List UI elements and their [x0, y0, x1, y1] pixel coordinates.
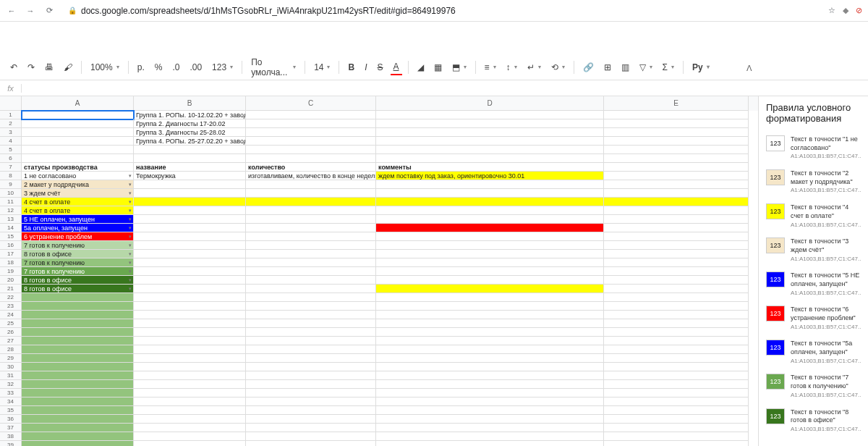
cell[interactable]: Группа 3. Диагносты 25-28.02	[134, 128, 246, 137]
cell[interactable]	[134, 276, 246, 285]
cell[interactable]	[134, 241, 246, 250]
cell[interactable]	[134, 389, 246, 397]
cell[interactable]	[246, 389, 376, 397]
cell[interactable]	[246, 380, 376, 389]
row-header[interactable]: 5	[0, 146, 22, 154]
cell[interactable]: 5 НЕ оплачен, запущен	[22, 215, 134, 224]
cell[interactable]	[246, 111, 376, 119]
row-header[interactable]: 20	[0, 276, 22, 285]
row-header[interactable]: 13	[0, 215, 22, 224]
ext-icon[interactable]: ◆	[843, 6, 848, 15]
undo-icon[interactable]: ↶	[7, 60, 20, 75]
cell[interactable]	[134, 441, 246, 446]
cell[interactable]	[134, 250, 246, 258]
cell[interactable]	[22, 363, 134, 371]
row-header[interactable]: 17	[0, 250, 22, 258]
paint-format-icon[interactable]: 🖌	[61, 60, 75, 75]
cell[interactable]	[604, 206, 749, 215]
format-rule[interactable]: 123Текст в точности "8 готов в офисе"A1:…	[759, 404, 868, 438]
cell[interactable]	[376, 111, 604, 119]
cell[interactable]: название	[134, 163, 246, 172]
cell[interactable]	[246, 311, 376, 319]
cell[interactable]	[604, 293, 749, 302]
row-header[interactable]: 36	[0, 415, 22, 424]
wrap-icon[interactable]: ↵	[524, 60, 544, 75]
format-rule[interactable]: 123Текст в точности "6 устранение пробле…	[759, 301, 868, 335]
dec-increase-btn[interactable]: .00	[187, 60, 205, 75]
cell[interactable]	[604, 371, 749, 380]
cell[interactable]	[604, 180, 749, 189]
cell[interactable]	[134, 337, 246, 345]
cell[interactable]	[376, 328, 604, 337]
cell[interactable]	[376, 241, 604, 250]
cell[interactable]: Группа 2. Диагносты 17-20.02	[134, 119, 246, 128]
cell[interactable]	[376, 371, 604, 380]
cell[interactable]	[376, 285, 604, 293]
cell[interactable]	[246, 232, 376, 241]
font-size-select[interactable]: 14	[311, 60, 333, 75]
cell[interactable]	[22, 311, 134, 319]
row-header[interactable]: 10	[0, 189, 22, 198]
cell[interactable]	[22, 354, 134, 363]
row-header[interactable]: 28	[0, 345, 22, 354]
row-header[interactable]: 25	[0, 319, 22, 328]
cell[interactable]	[22, 380, 134, 389]
cell[interactable]	[604, 232, 749, 241]
cell[interactable]	[246, 128, 376, 137]
cell[interactable]: ждем поставку под заказ, ориентировочно …	[376, 172, 604, 180]
cell[interactable]	[246, 224, 376, 232]
collapse-toolbar-icon[interactable]: ᐱ	[746, 64, 752, 73]
script-btn[interactable]: Py	[689, 60, 712, 75]
row-header[interactable]: 21	[0, 285, 22, 293]
row-header[interactable]: 12	[0, 206, 22, 215]
column-header[interactable]: A	[22, 96, 134, 111]
row-header[interactable]: 14	[0, 224, 22, 232]
cell[interactable]: 7 готов к получению	[22, 241, 134, 250]
row-header[interactable]: 35	[0, 406, 22, 415]
row-header[interactable]: 24	[0, 311, 22, 319]
cell[interactable]	[134, 232, 246, 241]
cell[interactable]: Группа 1. РОПы. 10-12.02.20 + завод 13.0…	[134, 111, 246, 119]
cell[interactable]	[376, 250, 604, 258]
cell[interactable]	[604, 137, 749, 146]
cell[interactable]	[246, 137, 376, 146]
spreadsheet-grid[interactable]: ABCDE 1Группа 1. РОПы. 10-12.02.20 + зав…	[0, 96, 758, 446]
cell[interactable]	[376, 432, 604, 441]
cell[interactable]	[134, 215, 246, 224]
cell[interactable]	[604, 441, 749, 446]
cell[interactable]	[604, 285, 749, 293]
row-header[interactable]: 32	[0, 380, 22, 389]
cell[interactable]	[376, 319, 604, 328]
cell[interactable]	[22, 406, 134, 415]
format-rule[interactable]: 123Текст в точности "1 не согласовано"A1…	[759, 131, 868, 165]
add-rule-button[interactable]: + Добавить правило	[759, 438, 868, 446]
cell[interactable]	[134, 311, 246, 319]
row-header[interactable]: 11	[0, 198, 22, 206]
strike-btn[interactable]: S	[375, 60, 386, 75]
cell[interactable]: статусы производства	[22, 163, 134, 172]
cell[interactable]	[376, 363, 604, 371]
cell[interactable]	[604, 345, 749, 354]
cell[interactable]	[604, 111, 749, 119]
cell[interactable]	[376, 415, 604, 424]
borders-icon[interactable]: ▦	[431, 60, 445, 75]
cell[interactable]	[134, 180, 246, 189]
cell[interactable]	[376, 258, 604, 267]
cell[interactable]	[134, 198, 246, 206]
cell[interactable]	[604, 432, 749, 441]
cell[interactable]	[604, 302, 749, 311]
cell[interactable]	[604, 241, 749, 250]
cell[interactable]	[604, 258, 749, 267]
cell[interactable]	[376, 380, 604, 389]
format-rule[interactable]: 123Текст в точности "5а оплачен, запущен…	[759, 335, 868, 369]
cell[interactable]	[246, 328, 376, 337]
cell[interactable]	[246, 302, 376, 311]
cell[interactable]: 4 счет в оплате	[22, 198, 134, 206]
cell[interactable]	[376, 137, 604, 146]
cell[interactable]	[22, 371, 134, 380]
cell[interactable]: Группа 4. РОПы. 25-27.02.20 + завод 18.0…	[134, 137, 246, 146]
cell[interactable]	[376, 224, 604, 232]
cell[interactable]	[604, 276, 749, 285]
cell[interactable]	[376, 198, 604, 206]
cell[interactable]	[604, 267, 749, 276]
